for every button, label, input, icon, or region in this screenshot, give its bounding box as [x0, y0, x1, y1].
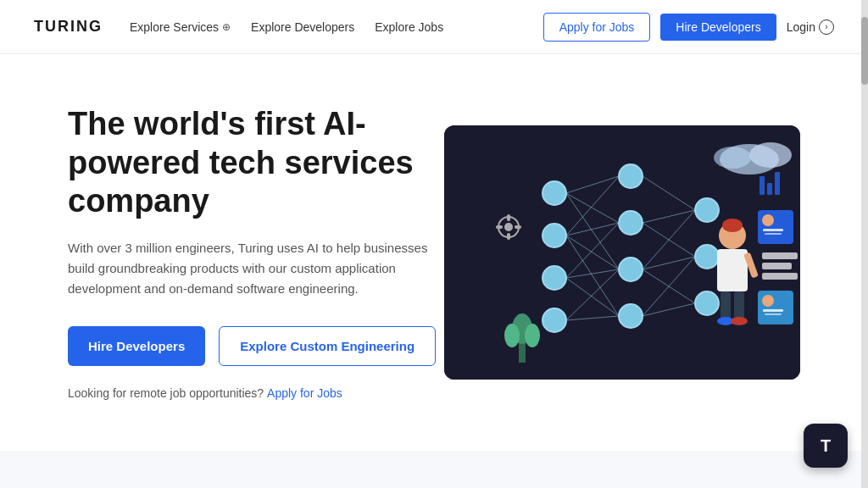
- hero-remote-text: Looking for remote job opportunities? Ap…: [68, 386, 444, 400]
- login-link[interactable]: Login ›: [787, 19, 834, 35]
- svg-rect-61: [496, 225, 503, 229]
- svg-point-2: [749, 142, 792, 168]
- svg-rect-49: [762, 273, 798, 280]
- svg-point-4: [542, 181, 566, 205]
- svg-rect-59: [507, 214, 510, 221]
- svg-point-14: [695, 291, 719, 315]
- hero-title: The world's first AI-powered tech servic…: [68, 105, 444, 221]
- svg-point-66: [525, 324, 540, 347]
- float-button-icon: T: [821, 436, 831, 456]
- svg-point-41: [731, 317, 748, 325]
- svg-rect-54: [760, 176, 765, 195]
- svg-point-65: [504, 324, 520, 347]
- apply-jobs-button[interactable]: Apply for Jobs: [543, 13, 651, 42]
- svg-rect-55: [767, 183, 772, 195]
- login-arrow-icon: ›: [819, 19, 834, 35]
- svg-rect-48: [762, 263, 792, 269]
- nav-explore-services[interactable]: Explore Services ⊕: [130, 20, 231, 34]
- hero-buttons: Hire Developers Explore Custom Engineeri…: [68, 326, 444, 366]
- svg-rect-37: [717, 249, 748, 291]
- hire-developers-button[interactable]: Hire Developers: [660, 14, 776, 41]
- svg-point-13: [695, 245, 719, 269]
- svg-point-36: [722, 219, 743, 232]
- svg-point-6: [542, 266, 566, 290]
- svg-rect-60: [507, 233, 510, 240]
- svg-rect-39: [734, 291, 744, 321]
- scrollbar[interactable]: [861, 0, 868, 488]
- svg-point-8: [619, 164, 643, 188]
- svg-point-51: [762, 295, 774, 307]
- navbar-right: Apply for Jobs Hire Developers Login ›: [543, 13, 834, 42]
- svg-rect-50: [758, 291, 793, 324]
- navbar: TURING Explore Services ⊕ Explore Develo…: [0, 0, 868, 54]
- svg-rect-52: [763, 309, 783, 312]
- svg-point-7: [542, 308, 566, 332]
- svg-point-10: [619, 258, 643, 281]
- svg-point-9: [619, 211, 643, 235]
- svg-rect-47: [762, 252, 798, 259]
- svg-point-58: [504, 223, 513, 231]
- nav-links: Explore Services ⊕ Explore Developers Ex…: [130, 20, 443, 34]
- navbar-left: TURING Explore Services ⊕ Explore Develo…: [34, 18, 443, 36]
- hero-section: The world's first AI-powered tech servic…: [0, 54, 868, 451]
- svg-rect-46: [765, 233, 782, 235]
- ai-transformation-section: AI transformation is the new digital tra…: [0, 451, 868, 488]
- svg-point-3: [714, 147, 751, 169]
- svg-rect-56: [775, 172, 780, 195]
- scrollbar-thumb[interactable]: [861, 17, 868, 85]
- neural-network-svg: [444, 125, 800, 380]
- svg-rect-45: [763, 229, 783, 231]
- nav-explore-jobs[interactable]: Explore Jobs: [375, 20, 443, 34]
- svg-point-11: [619, 304, 643, 328]
- hire-developers-hero-button[interactable]: Hire Developers: [68, 326, 205, 366]
- nav-explore-developers[interactable]: Explore Developers: [251, 20, 354, 34]
- explore-engineering-button[interactable]: Explore Custom Engineering: [219, 326, 436, 366]
- hero-illustration-container: [444, 125, 800, 380]
- hero-description: With over 3 million engineers, Turing us…: [68, 238, 444, 299]
- hero-content: The world's first AI-powered tech servic…: [68, 105, 444, 400]
- svg-rect-38: [721, 291, 731, 321]
- svg-point-12: [695, 198, 719, 222]
- explore-services-arrow-icon: ⊕: [222, 21, 231, 33]
- svg-rect-53: [765, 313, 782, 315]
- apply-jobs-hero-link[interactable]: Apply for Jobs: [267, 386, 342, 400]
- svg-point-44: [762, 214, 774, 226]
- float-button[interactable]: T: [804, 424, 848, 468]
- svg-point-5: [542, 224, 566, 247]
- hero-illustration: [444, 125, 800, 380]
- logo: TURING: [34, 18, 103, 36]
- svg-rect-62: [515, 225, 521, 229]
- svg-rect-43: [758, 210, 793, 244]
